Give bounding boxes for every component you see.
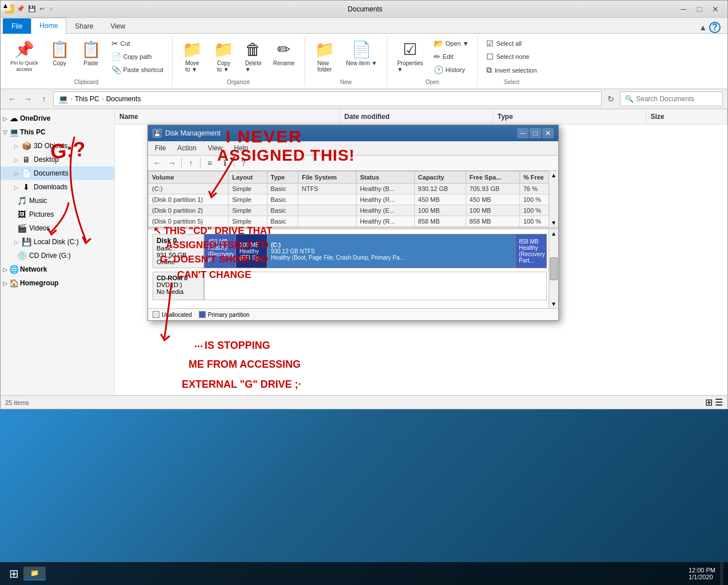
refresh-btn[interactable]: ↻ [604,92,618,106]
select-none-btn[interactable]: ☐ Select none [482,50,541,63]
edit-btn[interactable]: ✏ Edit [430,50,473,63]
pin-quick-access-btn[interactable]: 📌 Pin to Quickaccess [5,37,43,75]
col-date[interactable]: Date modified [340,109,493,124]
disk-mgmt-close-btn[interactable]: ✕ [542,128,554,138]
ribbon-collapse-btn[interactable]: ▲ [699,23,707,32]
sidebar-item-desktop[interactable]: ▷ 🖥 Desktop [1,153,114,166]
visual-scrollbar[interactable]: ▲ ▼ [549,229,558,308]
delete-btn[interactable]: 🗑 Delete▼ [240,37,267,75]
up-btn[interactable]: ↑ [37,92,51,106]
th-free[interactable]: Free Spa... [466,172,519,184]
scroll-up-btn[interactable]: ▲ [550,171,558,180]
sidebar-item-music[interactable]: 🎵 Music [1,194,114,208]
sidebar-item-downloads[interactable]: ▷ ⬇ Downloads [1,180,114,194]
start-btn[interactable]: ⊞ [5,567,23,580]
sidebar-item-this-pc[interactable]: ▽ 💻 This PC [1,125,114,139]
sidebar-item-3d-objects[interactable]: ▷ 📦 3D Objects [1,139,114,153]
tab-home[interactable]: Home [31,18,66,34]
sidebar-item-documents[interactable]: ▷ 📄 Documents [1,166,114,180]
toolbar-forward[interactable]: → [165,157,179,169]
sidebar-item-videos[interactable]: 🎬 Videos [1,221,114,235]
search-box[interactable]: 🔍 [620,91,723,106]
grid-view-btn[interactable]: ⊞ [705,397,713,408]
cell-free: 450 MB [466,194,519,205]
toolbar-up[interactable]: ↑ [184,157,198,169]
sidebar-item-homegroup[interactable]: ▷ 🏠 Homegroup [1,276,114,290]
move-to-btn[interactable]: 📁 Moveto ▼ [177,37,207,75]
toolbar-back[interactable]: ← [150,157,164,169]
copy-to-btn[interactable]: 📁 Copyto ▼ [209,37,239,75]
th-capacity[interactable]: Capacity [414,172,466,184]
sidebar-item-cd-drive-g[interactable]: 💿 CD Drive (G:) [1,249,114,262]
new-item-btn[interactable]: 📄 New item ▼ [341,37,382,69]
tab-share[interactable]: Share [66,18,102,34]
menu-action[interactable]: Action [171,142,202,154]
menu-view[interactable]: View [202,142,229,154]
col-type[interactable]: Type [493,109,646,124]
scroll-down-btn[interactable]: ▼ [550,218,558,227]
copy-btn[interactable]: 📋 Copy [45,37,75,69]
disk-mgmt-maximize-btn[interactable]: □ [530,128,541,138]
sidebar-item-network[interactable]: ▷ 🌐 Network [1,262,114,276]
th-layout[interactable]: Layout [229,172,267,184]
toolbar-help[interactable]: ? [237,157,250,169]
search-input[interactable] [636,95,718,103]
table-row[interactable]: (Disk 0 partition 2) Simple Basic Health… [149,205,558,216]
visual-scroll-down-btn[interactable]: ▼ [550,300,558,308]
table-row[interactable]: (C:) Simple Basic NTFS Healthy (B... 930… [149,184,558,194]
table-scrollbar[interactable]: ▲ ▼ [549,171,558,227]
menu-file[interactable]: File [149,142,171,154]
col-size[interactable]: Size [646,109,728,124]
visual-scroll-thumb[interactable] [550,257,558,280]
partition-recovery1[interactable]: 450 MB Healthy (Recovery P [205,234,236,268]
th-filesystem[interactable]: File System [298,172,357,184]
th-type[interactable]: Type [267,172,298,184]
sidebar-item-local-disk-c[interactable]: ▷ 💾 Local Disk (C:) [1,235,114,249]
show-desktop-btn[interactable] [720,562,723,585]
back-btn[interactable]: ← [5,92,19,106]
disk-mgmt-minimize-btn[interactable]: ─ [517,128,529,138]
move-icon: 📁 [182,40,202,59]
minimize-btn[interactable]: ─ [676,3,691,15]
cell-fs: NTFS [298,184,357,194]
list-view-btn[interactable]: ☰ [715,397,723,408]
sidebar-item-pictures[interactable]: 🖼 Pictures [1,208,114,221]
paste-shortcut-btn[interactable]: 📎 Paste shortcut [107,63,167,76]
copy-path-btn[interactable]: 📄 Copy path [107,50,167,63]
partition-efi[interactable]: 100 MB Healthy (EFI Sy... [236,234,267,268]
toolbar-details[interactable]: ≡ [203,157,217,169]
maximize-btn[interactable]: □ [692,3,707,15]
toolbar-properties[interactable]: ℹ [218,157,231,169]
cut-btn[interactable]: ✂ Cut [107,37,167,50]
new-folder-btn[interactable]: 📁 Newfolder [310,37,340,75]
paste-btn[interactable]: 📋 Paste [76,37,106,69]
help-btn[interactable]: ? [709,22,721,33]
visual-scroll-up-btn[interactable]: ▲ [550,229,558,238]
tab-file[interactable]: File [3,18,31,34]
th-status[interactable]: Status [356,172,414,184]
part1-desc: Healthy (Recovery P [208,245,232,264]
menu-help[interactable]: Help [229,142,254,154]
tab-view[interactable]: View [102,18,134,34]
taskbar-explorer[interactable]: 📁 [23,567,46,580]
disk-visual-scroll[interactable]: Disk 0 Basic 931.50 GB Online 450 MB Hea… [148,229,558,308]
ribbon-group-organize: 📁 Moveto ▼ 📁 Copyto ▼ 🗑 Delete▼ ✏ Rename… [173,36,305,86]
invert-selection-btn[interactable]: ⧉ Invert selection [482,63,541,77]
table-row[interactable]: (Disk 0 partition 5) Simple Basic Health… [149,216,558,227]
rename-btn[interactable]: ✏ Rename [268,37,300,69]
select-all-btn[interactable]: ☑ Select all [482,37,541,50]
properties-btn[interactable]: ☑ Properties▼ [392,37,429,75]
forward-btn[interactable]: → [21,92,35,106]
table-row[interactable]: (Disk 0 partition 1) Simple Basic Health… [149,194,558,205]
th-volume[interactable]: Volume [149,172,229,184]
disk-table-scroll[interactable]: Volume Layout Type File System Status Ca… [148,171,558,227]
history-btn[interactable]: 🕐 History [430,63,473,76]
partition-c[interactable]: (C:) 930.12 GB NTFS Healthy (Boot, Page … [267,234,515,268]
sidebar-item-onedrive[interactable]: ▷ ☁ OneDrive [1,112,114,125]
open-btn[interactable]: 📂 Open ▼ [430,37,473,50]
part1-size: 450 MB [208,238,232,245]
address-box[interactable]: 💻 › This PC › Documents [53,91,602,106]
partition-recovery2[interactable]: 858 MB Healthy (Recovery Part... [515,234,546,268]
col-name[interactable]: Name [115,109,340,124]
close-btn[interactable]: ✕ [708,3,723,15]
